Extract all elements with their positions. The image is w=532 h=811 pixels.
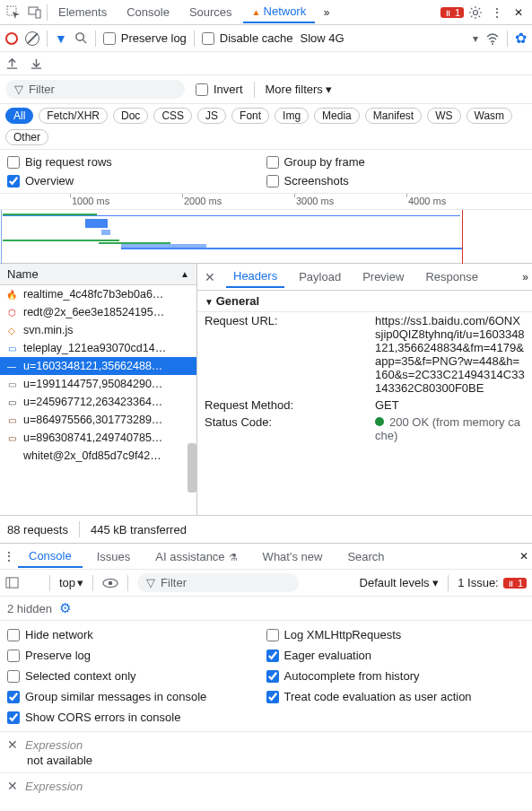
drawer-tab-search[interactable]: Search xyxy=(336,546,395,567)
pill-all[interactable]: All xyxy=(5,108,33,124)
opt-eager-eval[interactable]: Eager evaluation xyxy=(266,649,526,662)
request-row[interactable]: ◇svn.min.js xyxy=(0,321,196,339)
wifi-icon[interactable] xyxy=(485,31,500,46)
opt-hide-network[interactable]: Hide network xyxy=(7,628,266,641)
drawer-kebab-icon[interactable]: ⋮ xyxy=(4,550,14,562)
big-rows-checkbox[interactable]: Big request rows xyxy=(7,155,266,169)
tab-console[interactable]: Console xyxy=(118,2,179,22)
drawer-tab-whatsnew[interactable]: What's new xyxy=(252,546,334,567)
expr-close-icon[interactable]: ✕ xyxy=(7,779,18,793)
funnel-icon: ▽ xyxy=(14,83,23,96)
download-har-icon[interactable] xyxy=(30,57,43,70)
tab-elements[interactable]: Elements xyxy=(49,2,116,22)
kv-request-method: Request Method: GET xyxy=(197,397,532,414)
opt-preserve-log[interactable]: Preserve log xyxy=(7,649,266,662)
device-toggle-icon[interactable] xyxy=(25,3,45,22)
more-filters-dropdown[interactable]: More filters ▾ xyxy=(266,83,333,96)
tab-network[interactable]: Network xyxy=(243,1,316,23)
opt-log-xhr[interactable]: Log XMLHttpRequests xyxy=(266,628,526,641)
request-row[interactable]: ▭u=864975566,301773289… xyxy=(0,411,196,429)
pill-fetch[interactable]: Fetch/XHR xyxy=(39,108,108,124)
clear-button[interactable] xyxy=(25,31,39,46)
expr-label[interactable]: Expression xyxy=(25,780,83,793)
request-row[interactable]: 🔥realtime_4c48fc7b3eb0a6… xyxy=(0,285,196,303)
request-row[interactable]: ▭teleplay_121ea93070cd14… xyxy=(0,339,196,357)
preserve-log-checkbox[interactable]: Preserve log xyxy=(103,31,187,45)
drawer-tab-console[interactable]: Console xyxy=(18,545,83,568)
issue-link[interactable]: 1 Issue: 1 xyxy=(458,576,527,589)
drawer-close-icon[interactable]: ✕ xyxy=(519,550,528,562)
error-badge[interactable]: 1 xyxy=(440,7,464,18)
file-type-icon: ▭ xyxy=(5,378,18,390)
group-frame-checkbox[interactable]: Group by frame xyxy=(266,155,526,169)
console-settings-gear-icon[interactable]: ⚙ xyxy=(59,600,71,616)
pill-font[interactable]: Font xyxy=(231,108,269,124)
more-filters-label: More filters xyxy=(266,83,323,96)
filter-toggle-icon[interactable]: ▼ xyxy=(55,31,67,46)
request-row[interactable]: ▭u=245967712,263423364… xyxy=(0,393,196,411)
pill-ws[interactable]: WS xyxy=(427,108,460,124)
more-tabs-icon[interactable]: » xyxy=(317,3,336,22)
disable-cache-checkbox[interactable]: Disable cache xyxy=(202,31,293,45)
invert-checkbox[interactable]: Invert xyxy=(196,83,243,96)
filter-input[interactable]: ▽ Filter xyxy=(5,80,185,99)
pill-other[interactable]: Other xyxy=(5,129,48,145)
pill-manifest[interactable]: Manifest xyxy=(365,108,422,124)
timeline-overview[interactable]: 1000 ms 2000 ms 3000 ms 4000 ms xyxy=(0,194,532,264)
tab-sources[interactable]: Sources xyxy=(180,2,241,22)
opt-group-similar[interactable]: Group similar messages in console xyxy=(7,690,266,703)
request-row[interactable]: ⬡redt@2x_6ee3e18524195… xyxy=(0,303,196,321)
expr-close-icon[interactable]: ✕ xyxy=(7,737,18,752)
console-sidebar-icon[interactable] xyxy=(5,576,19,589)
upload-har-icon[interactable] xyxy=(5,57,19,70)
scrollbar-thumb[interactable] xyxy=(188,443,196,493)
request-name: u=864975566,301773289… xyxy=(23,414,162,426)
opt-autocomplete[interactable]: Autocomplete from history xyxy=(266,669,526,683)
pill-doc[interactable]: Doc xyxy=(113,108,148,124)
tab-headers[interactable]: Headers xyxy=(226,266,284,288)
record-button[interactable] xyxy=(5,32,18,45)
close-detail-icon[interactable]: ✕ xyxy=(201,270,219,284)
pill-css[interactable]: CSS xyxy=(153,108,192,124)
status-dot-icon xyxy=(375,417,384,426)
pill-js[interactable]: JS xyxy=(197,108,226,124)
svg-rect-2 xyxy=(36,10,40,18)
console-clear-button[interactable] xyxy=(28,577,40,589)
expr-label[interactable]: Expression xyxy=(25,738,83,752)
settings-gear-icon[interactable] xyxy=(466,3,485,22)
request-row[interactable]: ▭u=896308741,249740785… xyxy=(0,429,196,447)
opt-sel-ctx[interactable]: Selected context only xyxy=(7,669,266,683)
pill-wasm[interactable]: Wasm xyxy=(467,108,513,124)
more-detail-tabs-icon[interactable]: » xyxy=(522,271,528,283)
live-expression-icon[interactable] xyxy=(102,578,118,589)
search-icon[interactable] xyxy=(74,31,88,45)
pill-media[interactable]: Media xyxy=(314,108,360,124)
column-header-name[interactable]: Name ▲ xyxy=(0,264,196,285)
tab-response[interactable]: Response xyxy=(418,266,485,287)
request-row[interactable]: whitet@2x_0fd85d7c9f42… xyxy=(0,447,196,465)
throttle-dropdown-icon[interactable]: ▾ xyxy=(473,32,478,45)
timeline-body xyxy=(0,210,532,264)
request-row[interactable]: —u=1603348121,35662488… xyxy=(0,357,196,375)
hidden-count[interactable]: 2 hidden xyxy=(7,602,52,615)
screenshots-checkbox[interactable]: Screenshots xyxy=(266,174,526,187)
opt-show-cors[interactable]: Show CORS errors in console xyxy=(7,711,266,724)
tab-preview[interactable]: Preview xyxy=(355,266,411,287)
log-levels-dropdown[interactable]: Default levels ▾ xyxy=(360,576,440,589)
throttle-select[interactable]: Slow 4G xyxy=(301,31,344,45)
kebab-menu-icon[interactable]: ⋮ xyxy=(487,3,507,22)
file-type-icon: ▭ xyxy=(5,414,18,426)
close-icon[interactable]: ✕ xyxy=(509,3,528,22)
console-filter-input[interactable]: ▽ Filter xyxy=(137,573,299,592)
opt-treat-code[interactable]: Treat code evaluation as user action xyxy=(266,690,526,703)
drawer-tab-issues[interactable]: Issues xyxy=(86,546,142,567)
tab-payload[interactable]: Payload xyxy=(292,266,348,287)
import-icon[interactable]: ✿ xyxy=(515,30,527,47)
section-general[interactable]: General xyxy=(197,291,532,312)
inspect-icon[interactable] xyxy=(4,3,23,22)
context-selector[interactable]: top ▾ xyxy=(59,576,83,589)
request-row[interactable]: ▭u=1991144757,95084290… xyxy=(0,375,196,393)
overview-checkbox[interactable]: Overview xyxy=(7,174,266,187)
drawer-tab-ai[interactable]: AI assistance xyxy=(144,546,248,567)
pill-img[interactable]: Img xyxy=(275,108,309,124)
